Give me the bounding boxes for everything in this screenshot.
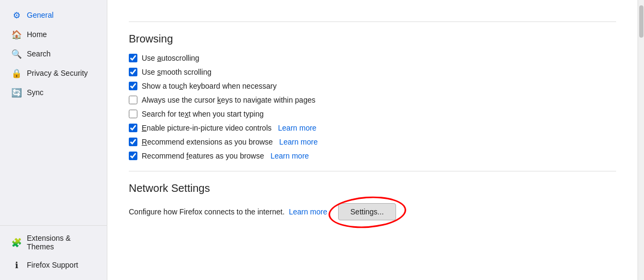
sidebar-item-label: Firefox Support — [27, 261, 78, 269]
scrollbar-track[interactable] — [638, 0, 644, 280]
home-icon: 🏠 — [12, 30, 21, 39]
smooth-scrolling-label[interactable]: Use smooth scrolling — [142, 68, 211, 76]
recommend-features-checkbox[interactable] — [129, 152, 137, 160]
search-icon: 🔍 — [12, 49, 21, 59]
sidebar-item-label: Search — [27, 49, 50, 58]
sidebar-item-label: Privacy & Security — [27, 69, 88, 77]
touch-keyboard-label[interactable]: Show a touch keyboard when necessary — [142, 82, 276, 90]
sidebar-item-general[interactable]: ⚙ General — [3, 6, 104, 24]
autoscrolling-label[interactable]: Use autoscrolling — [142, 54, 199, 62]
network-row: Configure how Firefox connects to the in… — [129, 203, 616, 220]
search-typing-checkbox[interactable] — [129, 110, 137, 118]
recommend-features-label[interactable]: Recommend features as you browse — [142, 152, 264, 160]
search-typing-label[interactable]: Search for text when you start typing — [142, 110, 264, 118]
touch-keyboard-checkbox[interactable] — [129, 82, 137, 90]
checkbox-smooth-scrolling: Use smooth scrolling — [129, 68, 616, 76]
checkbox-autoscrolling: Use autoscrolling — [129, 54, 616, 62]
sidebar-item-label: Extensions & Themes — [27, 234, 95, 251]
sidebar-item-label: Home — [27, 30, 47, 39]
checkbox-recommend-features: Recommend features as you browse Learn m… — [129, 152, 616, 160]
network-section: Network Settings Configure how Firefox c… — [129, 182, 616, 220]
sidebar-item-label: Sync — [27, 88, 43, 97]
sidebar-item-privacy[interactable]: 🔒 Privacy & Security — [3, 64, 104, 82]
network-divider — [129, 171, 616, 171]
sidebar: ⚙ General 🏠 Home 🔍 Search 🔒 Privacy & Se… — [0, 0, 107, 280]
sidebar-item-search[interactable]: 🔍 Search — [3, 45, 104, 63]
main-content: Browsing Use autoscrolling Use smooth sc… — [107, 0, 638, 280]
pip-checkbox[interactable] — [129, 124, 137, 132]
browsing-title: Browsing — [129, 33, 616, 45]
sidebar-item-label: General — [27, 11, 54, 19]
lock-icon: 🔒 — [12, 68, 21, 78]
checkbox-pip: Enable picture-in-picture video controls… — [129, 124, 616, 132]
recommend-extensions-checkbox[interactable] — [129, 138, 137, 146]
recommend-features-learn-more-link[interactable]: Learn more — [270, 152, 309, 160]
network-settings-button[interactable]: Settings... — [338, 203, 396, 220]
recommend-extensions-label[interactable]: Recommend extensions as you browse — [142, 138, 273, 146]
browsing-section: Browsing Use autoscrolling Use smooth sc… — [129, 33, 616, 160]
sidebar-item-extensions[interactable]: 🧩 Extensions & Themes — [3, 229, 104, 255]
smooth-scrolling-checkbox[interactable] — [129, 68, 137, 76]
sync-icon: 🔄 — [12, 88, 21, 97]
checkbox-cursor-keys: Always use the cursor keys to navigate w… — [129, 96, 616, 104]
recommend-extensions-learn-more-link[interactable]: Learn more — [279, 138, 318, 146]
network-learn-more-link[interactable]: Learn more — [289, 207, 327, 216]
info-icon: ℹ — [12, 260, 21, 270]
sidebar-bottom: 🧩 Extensions & Themes ℹ Firefox Support — [0, 225, 107, 275]
pip-learn-more-link[interactable]: Learn more — [278, 124, 317, 132]
sidebar-item-home[interactable]: 🏠 Home — [3, 25, 104, 44]
scrollbar-thumb[interactable] — [639, 5, 643, 38]
cursor-keys-label[interactable]: Always use the cursor keys to navigate w… — [142, 96, 316, 104]
settings-button-wrapper: Settings... — [338, 203, 396, 220]
top-divider — [129, 21, 616, 22]
puzzle-icon: 🧩 — [12, 238, 21, 247]
checkbox-recommend-extensions: Recommend extensions as you browse Learn… — [129, 138, 616, 146]
checkbox-touch-keyboard: Show a touch keyboard when necessary — [129, 82, 616, 90]
gear-icon: ⚙ — [12, 10, 21, 20]
autoscrolling-checkbox[interactable] — [129, 54, 137, 62]
cursor-keys-checkbox[interactable] — [129, 96, 137, 104]
pip-label[interactable]: Enable picture-in-picture video controls — [142, 124, 272, 132]
sidebar-item-sync[interactable]: 🔄 Sync — [3, 83, 104, 102]
network-description: Configure how Firefox connects to the in… — [129, 207, 327, 216]
checkbox-search-typing: Search for text when you start typing — [129, 110, 616, 118]
network-title: Network Settings — [129, 182, 616, 195]
sidebar-item-support[interactable]: ℹ Firefox Support — [3, 256, 104, 274]
